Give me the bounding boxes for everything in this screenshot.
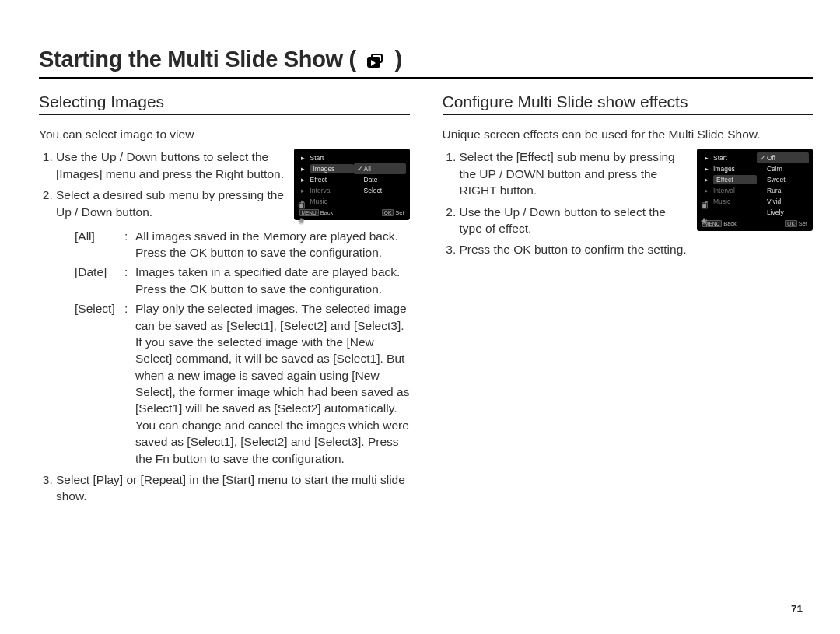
cam-submenu-date: Date [364,176,378,185]
cam2-menu-images: Images [713,165,735,174]
cam2-sub-off: Off [767,154,775,163]
cam2-footer-set: Set [799,220,807,227]
cam2-menu-interval: Interval [713,187,735,196]
slideshow-icon: ▣ [298,200,305,211]
multi-slide-show-icon [367,54,384,68]
camera-side-icons: ▣◉ [298,200,305,226]
left-body: You can select image to view ▸Start ▸Ima… [39,126,410,505]
title-text-post: ) [395,47,402,72]
cam-menu-interval: Interval [310,187,332,196]
cam2-menu-start: Start [713,154,727,163]
section-heading-selecting-images: Selecting Images [39,93,410,115]
two-column-layout: Selecting Images You can select image to… [39,93,813,510]
page-title-row: Starting the Multi Slide Show ( ) [39,47,813,79]
right-body: Unique screen effects can be used for th… [443,126,814,258]
section-heading-effects: Configure Multi Slide show effects [443,93,814,115]
cam2-sub-vivid: Vivid [767,198,781,207]
cam-menu-images: Images [313,165,335,174]
cam2-menu-music: Music [713,198,730,207]
title-text-pre: Starting the Multi Slide Show ( [39,47,356,72]
cam-menu-start: Start [310,154,324,163]
cam-menu-effect: Effect [310,176,327,185]
opt-select-key: [Select] [75,300,124,317]
cam-menu-music: Music [310,198,327,207]
options-table: [All] : All images saved in the Memory a… [75,228,410,467]
opt-select-desc: Play only the selected images. The selec… [135,300,410,467]
opt-date-key: [Date] [75,264,124,280]
camera-screenshot-effect-menu: ▸Start ▸Images ▸Effect ▸Interval ▸Music … [697,149,813,230]
page-number: 71 [791,603,803,615]
left-column: Selecting Images You can select image to… [39,93,410,510]
cam2-sub-rural: Rural [767,187,782,196]
right-step-3: Press the OK button to confirm the setti… [460,241,814,257]
manual-page: Starting the Multi Slide Show ( ) Select… [0,0,840,634]
cam2-sub-calm: Calm [767,165,782,174]
cam2-sub-sweet: Sweet [767,176,786,185]
cam2-sub-lively: Lively [767,208,784,218]
left-step-3: Select [Play] or [Repeat] in the [Start]… [56,471,410,505]
right-intro: Unique screen effects can be used for th… [443,126,814,142]
camera-side-icons-2: ▣◉ [701,200,708,226]
right-column: Configure Multi Slide show effects Uniqu… [443,93,814,510]
slideshow-icon: ▣ [701,200,708,211]
cam-footer-set: Set [395,209,404,216]
cam2-footer-back: Back [723,220,737,227]
cam-submenu-all: All [364,165,371,174]
opt-all-desc: All images saved in the Memory are playe… [135,228,410,261]
cam2-menu-effect: Effect [716,176,733,185]
cam2-tag-ok: OK [785,220,796,227]
play-icon: ◉ [701,215,708,226]
cam-submenu-select: Select [364,187,383,196]
opt-all-key: [All] [75,228,124,244]
cam-footer-back: Back [320,209,334,216]
left-intro: You can select image to view [39,126,410,142]
cam-tag-ok: OK [382,209,394,216]
left-step-2: Select a desired sub menu by pressing th… [56,187,410,467]
camera-screenshot-images-menu: ▸Start ▸Images ▸Effect ▸Interval ▸Music … [294,149,410,219]
opt-date-desc: Images taken in a specified date are pla… [135,264,410,297]
page-title: Starting the Multi Slide Show ( ) [39,47,402,72]
play-icon: ◉ [298,215,305,226]
